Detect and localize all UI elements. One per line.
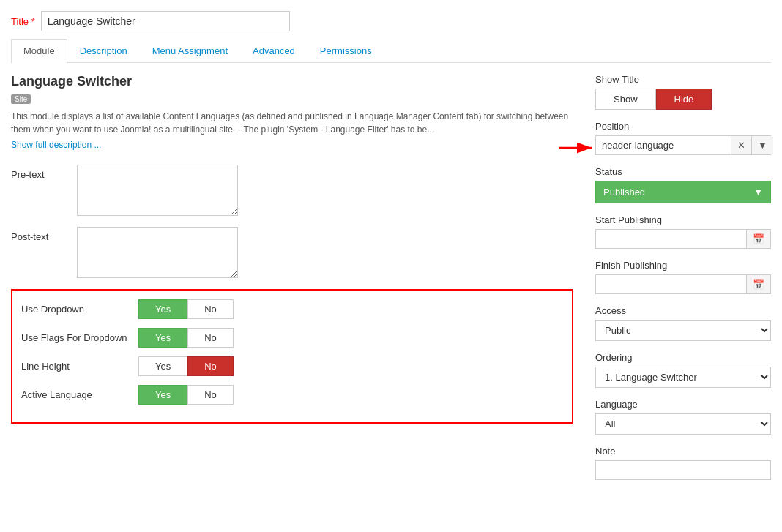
status-value: Published (603, 187, 645, 198)
toggle-section: Use Dropdown Yes No Use Flags For Dropdo… (11, 289, 573, 424)
status-select[interactable]: Published ▼ (595, 181, 771, 203)
start-publishing-field: Start Publishing 📅 (595, 214, 771, 249)
module-description: This module displays a list of available… (11, 110, 573, 136)
use-dropdown-row: Use Dropdown Yes No (21, 299, 563, 319)
tab-bar: Module Description Menu Assignment Advan… (11, 39, 771, 63)
language-label: Language (595, 399, 771, 410)
ordering-select[interactable]: 1. Language Switcher (595, 367, 771, 388)
use-flags-toggle: Yes No (138, 328, 234, 348)
finish-publishing-calendar-icon[interactable]: 📅 (746, 275, 770, 293)
tab-description[interactable]: Description (67, 39, 140, 62)
use-flags-yes-button[interactable]: Yes (138, 328, 187, 348)
title-required-star: Title * (11, 16, 35, 27)
pretext-input[interactable] (77, 165, 238, 216)
finish-publishing-wrapper: 📅 (595, 274, 771, 294)
access-field: Access Public (595, 305, 771, 341)
tab-permissions[interactable]: Permissions (308, 39, 384, 62)
posttext-field: Post-text (11, 227, 573, 278)
module-heading: Language Switcher (11, 74, 573, 89)
use-flags-no-button[interactable]: No (187, 328, 234, 348)
title-input[interactable] (41, 11, 290, 31)
note-field: Note (595, 446, 771, 480)
red-arrow-annotation (555, 137, 599, 161)
right-panel: Show Title Show Hide Position ✕ ▼ (595, 74, 771, 491)
use-dropdown-yes-button[interactable]: Yes (138, 299, 187, 319)
position-field: Position ✕ ▼ (595, 121, 771, 155)
site-badge: Site (11, 94, 31, 104)
show-hide-toggle: Show Hide (595, 89, 771, 110)
show-full-description-link[interactable]: Show full description ... (11, 140, 573, 150)
active-language-toggle: Yes No (138, 385, 234, 405)
line-height-toggle: Yes No (138, 356, 234, 376)
use-dropdown-toggle: Yes No (138, 299, 234, 319)
tab-menu-assignment[interactable]: Menu Assignment (140, 39, 240, 62)
use-dropdown-label: Use Dropdown (21, 304, 138, 315)
line-height-no-button[interactable]: No (187, 356, 234, 376)
pretext-field: Pre-text (11, 165, 573, 216)
use-flags-label: Use Flags For Dropdown (21, 332, 138, 343)
position-label: Position (595, 121, 771, 132)
position-dropdown-button[interactable]: ▼ (751, 136, 773, 154)
position-wrapper: ✕ ▼ (595, 135, 771, 155)
start-publishing-label: Start Publishing (595, 214, 771, 225)
ordering-field: Ordering 1. Language Switcher (595, 352, 771, 388)
finish-publishing-field: Finish Publishing 📅 (595, 260, 771, 294)
show-title-field: Show Title Show Hide (595, 74, 771, 110)
language-select[interactable]: All (595, 413, 771, 435)
active-language-no-button[interactable]: No (187, 385, 234, 405)
show-title-show-button[interactable]: Show (595, 89, 656, 110)
use-flags-row: Use Flags For Dropdown Yes No (21, 328, 563, 348)
line-height-row: Line Height Yes No (21, 356, 563, 376)
finish-publishing-label: Finish Publishing (595, 260, 771, 271)
active-language-row: Active Language Yes No (21, 385, 563, 405)
position-clear-button[interactable]: ✕ (731, 136, 751, 154)
position-input[interactable] (596, 136, 731, 154)
tab-module[interactable]: Module (11, 39, 67, 63)
access-select[interactable]: Public (595, 320, 771, 341)
note-input[interactable] (595, 460, 771, 480)
note-label: Note (595, 446, 771, 457)
active-language-label: Active Language (21, 389, 138, 400)
status-arrow-icon: ▼ (753, 187, 763, 198)
status-label: Status (595, 166, 771, 177)
active-language-yes-button[interactable]: Yes (138, 385, 187, 405)
start-publishing-input[interactable] (596, 230, 746, 248)
use-dropdown-no-button[interactable]: No (187, 299, 234, 319)
posttext-input[interactable] (77, 227, 238, 278)
ordering-label: Ordering (595, 352, 771, 363)
start-publishing-wrapper: 📅 (595, 229, 771, 249)
line-height-label: Line Height (21, 361, 138, 372)
tab-advanced[interactable]: Advanced (240, 39, 308, 62)
title-label: Title * (11, 16, 35, 27)
language-field: Language All (595, 399, 771, 435)
access-label: Access (595, 305, 771, 316)
finish-publishing-input[interactable] (596, 275, 746, 293)
pretext-label: Pre-text (11, 165, 77, 180)
line-height-yes-button[interactable]: Yes (138, 356, 187, 376)
show-title-label: Show Title (595, 74, 771, 85)
start-publishing-calendar-icon[interactable]: 📅 (746, 230, 770, 248)
show-title-hide-button[interactable]: Hide (656, 89, 712, 110)
posttext-label: Post-text (11, 227, 77, 242)
status-field: Status Published ▼ (595, 166, 771, 203)
